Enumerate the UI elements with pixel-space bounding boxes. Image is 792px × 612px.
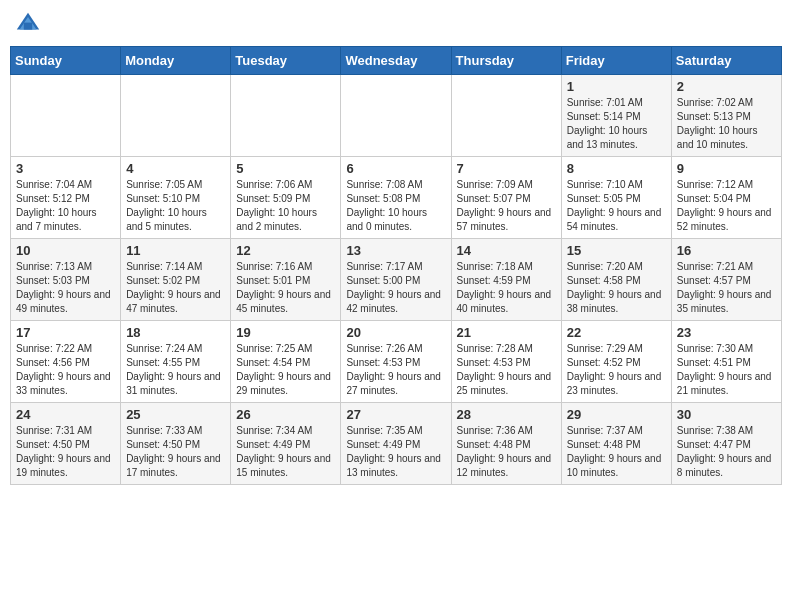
- calendar-cell: 8Sunrise: 7:10 AM Sunset: 5:05 PM Daylig…: [561, 157, 671, 239]
- day-number: 26: [236, 407, 335, 422]
- calendar-week-5: 24Sunrise: 7:31 AM Sunset: 4:50 PM Dayli…: [11, 403, 782, 485]
- day-info: Sunrise: 7:30 AM Sunset: 4:51 PM Dayligh…: [677, 342, 776, 398]
- calendar-cell: 1Sunrise: 7:01 AM Sunset: 5:14 PM Daylig…: [561, 75, 671, 157]
- calendar-cell: 27Sunrise: 7:35 AM Sunset: 4:49 PM Dayli…: [341, 403, 451, 485]
- day-number: 1: [567, 79, 666, 94]
- day-info: Sunrise: 7:29 AM Sunset: 4:52 PM Dayligh…: [567, 342, 666, 398]
- calendar-cell: 19Sunrise: 7:25 AM Sunset: 4:54 PM Dayli…: [231, 321, 341, 403]
- calendar-week-3: 10Sunrise: 7:13 AM Sunset: 5:03 PM Dayli…: [11, 239, 782, 321]
- weekday-header-wednesday: Wednesday: [341, 47, 451, 75]
- day-info: Sunrise: 7:16 AM Sunset: 5:01 PM Dayligh…: [236, 260, 335, 316]
- calendar-cell: 6Sunrise: 7:08 AM Sunset: 5:08 PM Daylig…: [341, 157, 451, 239]
- day-number: 22: [567, 325, 666, 340]
- day-info: Sunrise: 7:21 AM Sunset: 4:57 PM Dayligh…: [677, 260, 776, 316]
- calendar-cell: 9Sunrise: 7:12 AM Sunset: 5:04 PM Daylig…: [671, 157, 781, 239]
- day-number: 12: [236, 243, 335, 258]
- day-info: Sunrise: 7:13 AM Sunset: 5:03 PM Dayligh…: [16, 260, 115, 316]
- day-number: 17: [16, 325, 115, 340]
- day-number: 27: [346, 407, 445, 422]
- day-number: 8: [567, 161, 666, 176]
- day-number: 3: [16, 161, 115, 176]
- weekday-header-friday: Friday: [561, 47, 671, 75]
- day-info: Sunrise: 7:38 AM Sunset: 4:47 PM Dayligh…: [677, 424, 776, 480]
- day-number: 10: [16, 243, 115, 258]
- calendar-cell: 11Sunrise: 7:14 AM Sunset: 5:02 PM Dayli…: [121, 239, 231, 321]
- weekday-header-sunday: Sunday: [11, 47, 121, 75]
- day-number: 7: [457, 161, 556, 176]
- day-info: Sunrise: 7:36 AM Sunset: 4:48 PM Dayligh…: [457, 424, 556, 480]
- calendar-cell: [341, 75, 451, 157]
- calendar-cell: 10Sunrise: 7:13 AM Sunset: 5:03 PM Dayli…: [11, 239, 121, 321]
- day-info: Sunrise: 7:10 AM Sunset: 5:05 PM Dayligh…: [567, 178, 666, 234]
- day-info: Sunrise: 7:18 AM Sunset: 4:59 PM Dayligh…: [457, 260, 556, 316]
- calendar-cell: [11, 75, 121, 157]
- day-number: 30: [677, 407, 776, 422]
- calendar-cell: 17Sunrise: 7:22 AM Sunset: 4:56 PM Dayli…: [11, 321, 121, 403]
- day-number: 29: [567, 407, 666, 422]
- calendar-cell: 7Sunrise: 7:09 AM Sunset: 5:07 PM Daylig…: [451, 157, 561, 239]
- calendar-cell: 21Sunrise: 7:28 AM Sunset: 4:53 PM Dayli…: [451, 321, 561, 403]
- day-info: Sunrise: 7:24 AM Sunset: 4:55 PM Dayligh…: [126, 342, 225, 398]
- day-info: Sunrise: 7:08 AM Sunset: 5:08 PM Dayligh…: [346, 178, 445, 234]
- day-info: Sunrise: 7:22 AM Sunset: 4:56 PM Dayligh…: [16, 342, 115, 398]
- day-info: Sunrise: 7:09 AM Sunset: 5:07 PM Dayligh…: [457, 178, 556, 234]
- day-info: Sunrise: 7:26 AM Sunset: 4:53 PM Dayligh…: [346, 342, 445, 398]
- calendar-week-4: 17Sunrise: 7:22 AM Sunset: 4:56 PM Dayli…: [11, 321, 782, 403]
- weekday-header-thursday: Thursday: [451, 47, 561, 75]
- day-number: 25: [126, 407, 225, 422]
- day-info: Sunrise: 7:33 AM Sunset: 4:50 PM Dayligh…: [126, 424, 225, 480]
- calendar-cell: 28Sunrise: 7:36 AM Sunset: 4:48 PM Dayli…: [451, 403, 561, 485]
- calendar-cell: 5Sunrise: 7:06 AM Sunset: 5:09 PM Daylig…: [231, 157, 341, 239]
- day-number: 21: [457, 325, 556, 340]
- day-number: 16: [677, 243, 776, 258]
- calendar-cell: 14Sunrise: 7:18 AM Sunset: 4:59 PM Dayli…: [451, 239, 561, 321]
- calendar-cell: 3Sunrise: 7:04 AM Sunset: 5:12 PM Daylig…: [11, 157, 121, 239]
- day-number: 14: [457, 243, 556, 258]
- day-info: Sunrise: 7:20 AM Sunset: 4:58 PM Dayligh…: [567, 260, 666, 316]
- calendar-cell: 4Sunrise: 7:05 AM Sunset: 5:10 PM Daylig…: [121, 157, 231, 239]
- day-number: 15: [567, 243, 666, 258]
- day-info: Sunrise: 7:14 AM Sunset: 5:02 PM Dayligh…: [126, 260, 225, 316]
- calendar-cell: 15Sunrise: 7:20 AM Sunset: 4:58 PM Dayli…: [561, 239, 671, 321]
- day-info: Sunrise: 7:04 AM Sunset: 5:12 PM Dayligh…: [16, 178, 115, 234]
- day-number: 20: [346, 325, 445, 340]
- calendar-cell: 22Sunrise: 7:29 AM Sunset: 4:52 PM Dayli…: [561, 321, 671, 403]
- day-number: 23: [677, 325, 776, 340]
- calendar-cell: 16Sunrise: 7:21 AM Sunset: 4:57 PM Dayli…: [671, 239, 781, 321]
- weekday-header-saturday: Saturday: [671, 47, 781, 75]
- calendar-cell: 24Sunrise: 7:31 AM Sunset: 4:50 PM Dayli…: [11, 403, 121, 485]
- day-number: 9: [677, 161, 776, 176]
- calendar-week-2: 3Sunrise: 7:04 AM Sunset: 5:12 PM Daylig…: [11, 157, 782, 239]
- day-number: 18: [126, 325, 225, 340]
- day-info: Sunrise: 7:28 AM Sunset: 4:53 PM Dayligh…: [457, 342, 556, 398]
- calendar-cell: [451, 75, 561, 157]
- calendar-week-1: 1Sunrise: 7:01 AM Sunset: 5:14 PM Daylig…: [11, 75, 782, 157]
- calendar-cell: [121, 75, 231, 157]
- day-info: Sunrise: 7:37 AM Sunset: 4:48 PM Dayligh…: [567, 424, 666, 480]
- day-info: Sunrise: 7:01 AM Sunset: 5:14 PM Dayligh…: [567, 96, 666, 152]
- day-info: Sunrise: 7:25 AM Sunset: 4:54 PM Dayligh…: [236, 342, 335, 398]
- day-info: Sunrise: 7:05 AM Sunset: 5:10 PM Dayligh…: [126, 178, 225, 234]
- calendar-table: SundayMondayTuesdayWednesdayThursdayFrid…: [10, 46, 782, 485]
- day-info: Sunrise: 7:06 AM Sunset: 5:09 PM Dayligh…: [236, 178, 335, 234]
- calendar-cell: 29Sunrise: 7:37 AM Sunset: 4:48 PM Dayli…: [561, 403, 671, 485]
- day-number: 13: [346, 243, 445, 258]
- calendar-cell: 26Sunrise: 7:34 AM Sunset: 4:49 PM Dayli…: [231, 403, 341, 485]
- day-number: 19: [236, 325, 335, 340]
- page-header: [10, 10, 782, 38]
- calendar-cell: 13Sunrise: 7:17 AM Sunset: 5:00 PM Dayli…: [341, 239, 451, 321]
- calendar-cell: 25Sunrise: 7:33 AM Sunset: 4:50 PM Dayli…: [121, 403, 231, 485]
- day-info: Sunrise: 7:31 AM Sunset: 4:50 PM Dayligh…: [16, 424, 115, 480]
- day-number: 5: [236, 161, 335, 176]
- day-number: 28: [457, 407, 556, 422]
- calendar-cell: 20Sunrise: 7:26 AM Sunset: 4:53 PM Dayli…: [341, 321, 451, 403]
- day-number: 24: [16, 407, 115, 422]
- day-number: 11: [126, 243, 225, 258]
- day-number: 4: [126, 161, 225, 176]
- day-info: Sunrise: 7:17 AM Sunset: 5:00 PM Dayligh…: [346, 260, 445, 316]
- svg-rect-2: [24, 23, 32, 30]
- calendar-cell: 12Sunrise: 7:16 AM Sunset: 5:01 PM Dayli…: [231, 239, 341, 321]
- day-info: Sunrise: 7:12 AM Sunset: 5:04 PM Dayligh…: [677, 178, 776, 234]
- day-info: Sunrise: 7:34 AM Sunset: 4:49 PM Dayligh…: [236, 424, 335, 480]
- weekday-header-tuesday: Tuesday: [231, 47, 341, 75]
